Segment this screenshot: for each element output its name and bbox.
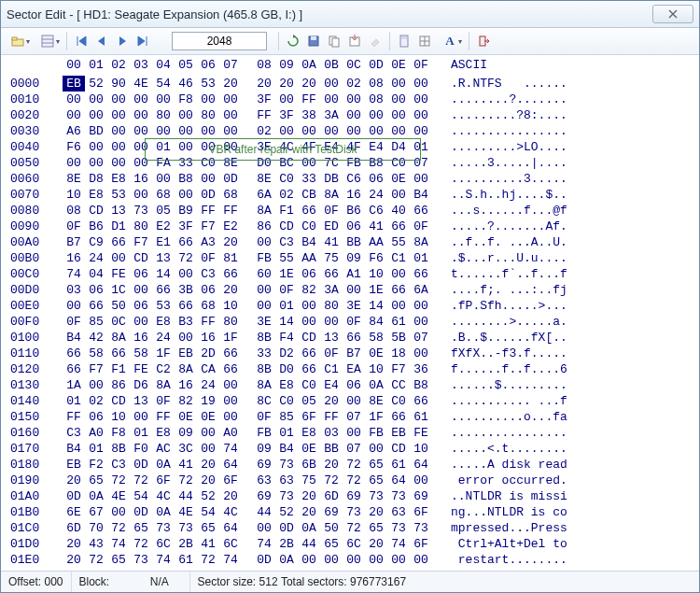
hex-byte[interactable]: 33 xyxy=(175,155,197,171)
hex-byte[interactable]: AC xyxy=(152,441,175,457)
hex-byte[interactable]: 00 xyxy=(197,425,219,441)
hex-byte[interactable]: 38 xyxy=(298,107,320,123)
hex-byte[interactable]: 66 xyxy=(387,282,410,298)
hex-byte[interactable]: 00 xyxy=(107,107,130,123)
ascii-text[interactable]: ..............U. xyxy=(451,568,591,571)
toggle-grid-button[interactable] xyxy=(416,33,433,49)
hex-byte[interactable]: 00 xyxy=(275,123,298,139)
hex-byte[interactable]: E8 xyxy=(152,425,175,441)
hex-byte[interactable]: 66 xyxy=(343,330,365,346)
hex-byte[interactable]: 0D xyxy=(130,457,152,473)
hex-byte[interactable]: 13 xyxy=(320,330,343,346)
hex-byte[interactable]: 54 xyxy=(152,76,175,92)
hex-byte[interactable]: 13 xyxy=(107,203,130,219)
hex-byte[interactable]: 66 xyxy=(107,346,130,361)
hex-byte[interactable]: 00 xyxy=(107,250,130,266)
hex-byte[interactable]: 4C xyxy=(275,139,298,155)
hex-byte[interactable]: CD xyxy=(85,203,107,219)
hex-row[interactable]: 007010E8530068000D686A02CB8A162400B4..S.… xyxy=(1,187,591,203)
hex-byte[interactable]: FB xyxy=(365,425,387,441)
hex-byte[interactable]: 0E xyxy=(175,409,197,425)
hex-byte[interactable]: 20 xyxy=(298,76,320,92)
hex-byte[interactable]: 00 xyxy=(387,76,410,92)
hex-byte[interactable]: 20 xyxy=(275,76,298,92)
hex-byte[interactable]: 06 xyxy=(343,219,365,234)
hex-byte[interactable]: 00 xyxy=(107,92,130,107)
hex-byte[interactable]: 73 xyxy=(152,520,175,536)
calculator-button[interactable] xyxy=(396,33,413,49)
hex-row[interactable]: 00C07404FE061400C366601E0666A1100066t...… xyxy=(1,266,591,282)
hex-row[interactable]: 0150FF061000FF0E0E000F856FFF071F6661....… xyxy=(1,409,591,425)
hex-viewer[interactable]: 000102030405060708090A0B0C0D0E0FASCII 00… xyxy=(1,55,699,571)
hex-byte[interactable]: 00 xyxy=(387,123,410,139)
hex-byte[interactable]: 00 xyxy=(197,92,219,107)
hex-row[interactable]: 0030A6BD0000000000000200000000000000....… xyxy=(1,123,591,139)
hex-byte[interactable]: 1A xyxy=(63,377,85,393)
hex-byte[interactable]: C0 xyxy=(197,155,219,171)
hex-byte[interactable]: 43 xyxy=(85,536,107,552)
hex-byte[interactable]: FE xyxy=(130,361,152,377)
hex-byte[interactable]: 06 xyxy=(85,282,107,298)
hex-byte[interactable]: 52 xyxy=(197,488,219,504)
hex-byte[interactable]: BC xyxy=(275,155,298,171)
open-drive-button[interactable] xyxy=(5,33,31,49)
hex-byte[interactable]: 8A xyxy=(410,234,432,250)
hex-byte[interactable]: 3F xyxy=(175,219,197,234)
hex-byte[interactable]: 72 xyxy=(107,473,130,488)
ascii-text[interactable]: t......f`..f...f xyxy=(451,266,591,282)
hex-byte[interactable]: 00 xyxy=(197,441,219,457)
hex-byte[interactable]: 00 xyxy=(343,552,365,568)
hex-byte[interactable]: 46 xyxy=(175,76,197,92)
hex-byte[interactable]: 6C xyxy=(219,536,242,552)
hex-byte[interactable]: 55 xyxy=(275,250,298,266)
hex-byte[interactable]: 01 xyxy=(410,250,432,266)
hex-byte[interactable]: 44 xyxy=(298,536,320,552)
hex-byte[interactable]: 66 xyxy=(410,393,432,409)
hex-byte[interactable]: 02 xyxy=(253,123,275,139)
hex-byte[interactable]: CC xyxy=(387,377,410,393)
hex-byte[interactable]: 00 xyxy=(343,425,365,441)
hex-byte[interactable]: 72 xyxy=(197,552,219,568)
hex-byte[interactable]: 0F xyxy=(320,203,343,219)
hex-byte[interactable]: 66 xyxy=(219,361,242,377)
hex-row[interactable]: 00B0162400CD13720F81FB55AA7509F6C101.$..… xyxy=(1,250,591,266)
hex-byte[interactable]: 66 xyxy=(175,298,197,314)
hex-byte[interactable]: 72 xyxy=(130,473,152,488)
ascii-text[interactable]: .........?8:.... xyxy=(451,107,591,123)
hex-byte[interactable]: 16 xyxy=(175,377,197,393)
hex-byte[interactable]: 58 xyxy=(365,330,387,346)
hex-byte[interactable]: 74 xyxy=(219,441,242,457)
ascii-text[interactable]: ..S.h..hj....$.. xyxy=(451,187,591,203)
hex-byte[interactable]: A0 xyxy=(219,425,242,441)
hex-byte[interactable]: 8A xyxy=(152,377,175,393)
hex-byte[interactable]: 00 xyxy=(410,171,432,187)
hex-row[interactable]: 01F0000000000000000083A0B3C9000055AA....… xyxy=(1,568,591,571)
hex-byte[interactable]: 86 xyxy=(107,377,130,393)
hex-byte[interactable]: 2B xyxy=(175,536,197,552)
sector-number-input[interactable] xyxy=(172,32,267,50)
ascii-text[interactable]: error occurred. xyxy=(451,473,591,488)
hex-byte[interactable]: 2D xyxy=(197,346,219,361)
hex-byte[interactable]: 74 xyxy=(107,536,130,552)
refresh-button[interactable] xyxy=(285,33,301,49)
hex-byte[interactable]: B7 xyxy=(63,234,85,250)
hex-byte[interactable]: F4 xyxy=(275,330,298,346)
hex-row[interactable]: 005000000000FA33C08ED0BC007CFBB8C007....… xyxy=(1,155,591,171)
hex-byte[interactable]: 33 xyxy=(253,346,275,361)
hex-byte[interactable]: 73 xyxy=(130,203,152,219)
hex-byte[interactable]: 64 xyxy=(219,520,242,536)
hex-byte[interactable]: 66 xyxy=(410,266,432,282)
hex-byte[interactable]: 00 xyxy=(410,76,432,92)
hex-byte[interactable]: 24 xyxy=(152,330,175,346)
hex-byte[interactable]: 0A xyxy=(365,377,387,393)
hex-byte[interactable]: 06 xyxy=(85,409,107,425)
hex-byte[interactable]: EB xyxy=(63,76,85,92)
nav-last-button[interactable] xyxy=(134,33,151,49)
hex-row[interactable]: 00F00F850C00E8B3FF803E1400000F846100....… xyxy=(1,314,591,330)
hex-byte[interactable]: E4 xyxy=(320,377,343,393)
hex-row[interactable]: 0170B4018BF0AC3C007409B40EBB0700CD10....… xyxy=(1,441,591,457)
hex-byte[interactable]: 16 xyxy=(130,171,152,187)
hex-byte[interactable]: 3E xyxy=(253,139,275,155)
hex-byte[interactable]: 00 xyxy=(410,314,432,330)
hex-byte[interactable]: 8C xyxy=(253,393,275,409)
